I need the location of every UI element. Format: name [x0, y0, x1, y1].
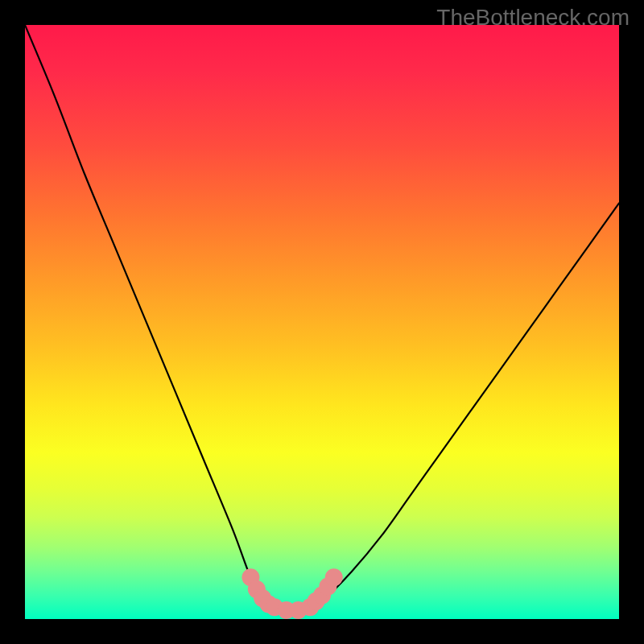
watermark-label: TheBottleneck.com — [436, 5, 630, 31]
chart-plot-area — [25, 25, 619, 619]
marker-dot — [325, 568, 343, 586]
optimal-zone-markers — [25, 25, 619, 619]
